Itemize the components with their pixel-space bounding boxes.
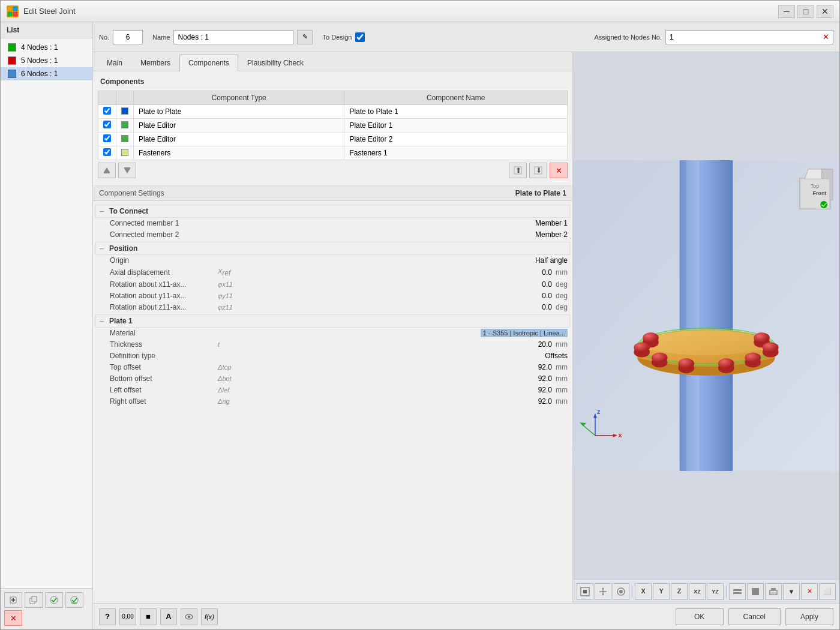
move-up-button[interactable] [98, 163, 116, 178]
tab-plausibility[interactable]: Plausibility Check [238, 55, 313, 71]
param-rotation-z: φz11 [218, 304, 254, 311]
table-row[interactable]: Plate to Plate Plate to Plate 1 [98, 105, 568, 119]
add-item-button[interactable] [4, 592, 22, 608]
svg-rect-59 [583, 590, 587, 593]
list-item-node5[interactable]: 5 Nodes : 1 [1, 54, 92, 67]
to-design-checkbox[interactable] [355, 32, 365, 42]
svg-rect-68 [752, 588, 759, 595]
ok-button[interactable]: OK [676, 608, 724, 625]
row4-checkbox[interactable] [103, 148, 111, 156]
comp-settings-name: Plate to Plate 1 [515, 189, 566, 197]
row-right-offset: Right offset Δrig 92.0mm [95, 396, 570, 407]
svg-point-34 [763, 342, 779, 353]
table-row[interactable]: Plate Editor Plate Editor 1 [98, 119, 568, 133]
list-item-label-node5: 5 Nodes : 1 [21, 56, 58, 65]
row1-checkbox[interactable] [103, 107, 111, 115]
help-button[interactable]: ? [99, 608, 116, 625]
settings-panel: Main Members Components Plausibility Che… [93, 52, 573, 603]
col-type: Component Type [134, 91, 344, 105]
check-all-button[interactable] [65, 592, 83, 608]
row-connected-member2: Connected member 2 Member 2 [95, 229, 570, 241]
yz-view-button[interactable]: YZ [707, 583, 724, 600]
color-indicator-node5 [8, 56, 16, 65]
clear-assigned-button[interactable]: ✕ [823, 32, 829, 41]
titlebar: Edit Steel Joint ─ □ ✕ [1, 1, 839, 22]
more-button[interactable]: ▼ [783, 583, 800, 600]
row1-name: Plate to Plate 1 [344, 105, 568, 119]
print-button[interactable] [765, 583, 782, 600]
tab-main[interactable]: Main [98, 55, 131, 71]
layers-button[interactable] [729, 583, 746, 600]
content-area: Main Members Components Plausibility Che… [93, 52, 839, 603]
import-button[interactable]: ⬆ [509, 163, 527, 178]
text-button[interactable]: A [160, 608, 177, 625]
delete-item-button[interactable]: ✕ [4, 610, 22, 626]
label-rotation-x: Rotation about x11-ax... [110, 280, 218, 289]
number-format-button[interactable]: 0,00 [119, 608, 136, 625]
sep1 [632, 586, 632, 598]
formula-button[interactable]: f(x) [201, 608, 218, 625]
table-row[interactable]: Plate Editor Plate Editor 2 [98, 133, 568, 146]
main-content: List 4 Nodes : 1 5 Nodes : 1 6 Nodes : 1 [1, 22, 839, 629]
tab-members[interactable]: Members [131, 55, 179, 71]
no-label: No. [99, 34, 109, 41]
group-plate1: ─ Plate 1 Material 1 - S355 | Isotropic … [95, 314, 570, 407]
svg-point-36 [652, 352, 668, 363]
name-input[interactable]: Nodes : 1 [173, 30, 293, 44]
param-right-offset: Δrig [218, 398, 254, 405]
tab-components[interactable]: Components [179, 55, 238, 71]
x-view-button[interactable]: X [635, 583, 652, 600]
value-right-offset: 92.0mm [254, 397, 568, 406]
no-input[interactable]: 6 [113, 30, 143, 44]
pan-mode-button[interactable] [595, 583, 611, 600]
svg-marker-62 [602, 587, 604, 589]
group-position-header[interactable]: ─ Position [95, 242, 570, 255]
row3-name: Plate Editor 2 [344, 133, 568, 146]
apply-button[interactable]: Apply [785, 608, 833, 625]
export-button[interactable]: ⬇ [529, 163, 547, 178]
check-button[interactable] [45, 592, 63, 608]
panel-toggle-button[interactable]: ⬜ [819, 583, 836, 600]
row-rotation-y: Rotation about y11-ax... φy11 0.0deg [95, 290, 570, 302]
delete-comp-button[interactable]: ✕ [550, 163, 568, 178]
svg-point-38 [745, 352, 761, 363]
label-right-offset: Right offset [110, 397, 218, 406]
value-thickness: 20.0mm [254, 340, 568, 349]
move-down-button[interactable] [118, 163, 136, 178]
view-3d-content[interactable]: Z X [573, 52, 839, 579]
value-definition-type: Offsets [254, 352, 568, 360]
solid-button[interactable] [747, 583, 764, 600]
minimize-button[interactable]: ─ [778, 5, 795, 18]
label-connected-member1: Connected member 1 [110, 219, 218, 227]
maximize-button[interactable]: □ [797, 5, 814, 18]
group-plate1-header[interactable]: ─ Plate 1 [95, 314, 570, 328]
render-button[interactable] [613, 583, 629, 600]
close-view-button[interactable]: ✕ [801, 583, 818, 600]
value-left-offset: 92.0mm [254, 386, 568, 394]
svg-text:Top: Top [811, 183, 819, 189]
group-label-to-connect: To Connect [109, 207, 148, 215]
assigned-input[interactable]: 1 ✕ [665, 30, 833, 44]
row3-checkbox[interactable] [103, 134, 111, 142]
close-button[interactable]: ✕ [817, 5, 833, 18]
copy-item-button[interactable] [25, 592, 43, 608]
settings-tree: ─ To Connect Connected member 1 Member 1 [93, 201, 572, 411]
row2-checkbox[interactable] [103, 121, 111, 128]
list-item-node6[interactable]: 6 Nodes : 1 [1, 67, 92, 80]
y-view-button[interactable]: Y [653, 583, 670, 600]
select-mode-button[interactable] [577, 583, 593, 600]
svg-rect-3 [13, 12, 17, 16]
comp-settings-header: Component Settings Plate to Plate 1 [93, 186, 572, 201]
group-to-connect-header[interactable]: ─ To Connect [95, 205, 570, 218]
color-button[interactable]: ■ [140, 608, 157, 625]
table-row[interactable]: Fasteners Fasteners 1 [98, 146, 568, 160]
edit-name-button[interactable]: ✎ [297, 30, 313, 44]
list-item-node4[interactable]: 4 Nodes : 1 [1, 41, 92, 54]
z-view-button[interactable]: Z [671, 583, 688, 600]
cancel-button[interactable]: Cancel [728, 608, 781, 625]
visibility-button[interactable] [181, 608, 197, 625]
value-bottom-offset: 92.0mm [254, 374, 568, 383]
row4-color [121, 149, 128, 156]
list-item-label-node4: 4 Nodes : 1 [21, 43, 58, 52]
xz-view-button[interactable]: XZ [689, 583, 706, 600]
